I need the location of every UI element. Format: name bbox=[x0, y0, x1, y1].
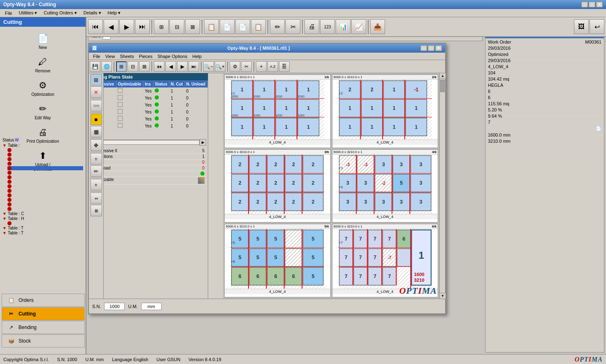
left-btn-x[interactable]: ✕ bbox=[91, 86, 102, 98]
tree-table-h[interactable]: ▼ Table : H bbox=[2, 216, 83, 221]
menu-file[interactable]: File bbox=[2, 10, 16, 16]
toolbar-optima1[interactable]: 🖼 bbox=[574, 19, 589, 34]
inner-menu-view[interactable]: View bbox=[103, 53, 118, 59]
nav-cutting[interactable]: ✂ Cutting bbox=[2, 307, 85, 320]
cp-row-1[interactable]: 6 Yes 1 0 bbox=[89, 88, 208, 95]
tree-row-13[interactable] bbox=[7, 207, 83, 211]
sidebar-remove[interactable]: 🖊 Remove bbox=[24, 53, 61, 75]
toolbar-edit2[interactable]: ✂ bbox=[286, 19, 300, 34]
scroll-thumb[interactable] bbox=[440, 80, 445, 92]
inner-tool1[interactable]: ⚙ bbox=[230, 61, 240, 72]
tree-table-t2[interactable]: ▼ Table : T bbox=[2, 231, 83, 235]
nav-stock[interactable]: 📦 Stock bbox=[2, 334, 85, 348]
left-btn-arrows[interactable]: ⇔ bbox=[91, 192, 102, 204]
toolbar-copy4[interactable]: 📋 bbox=[251, 19, 266, 34]
toolbar-print[interactable]: 🖨 bbox=[304, 19, 319, 34]
toolbar-export[interactable]: 📥 bbox=[370, 19, 385, 34]
inner-play[interactable]: ▶ bbox=[177, 61, 188, 72]
inner-grid-active[interactable]: ⊞ bbox=[116, 61, 127, 72]
toolbar-back[interactable]: ↩ bbox=[590, 19, 604, 34]
toolbar-prev[interactable]: ◀ bbox=[104, 19, 118, 34]
tree-row-5[interactable] bbox=[7, 171, 83, 175]
cp-row-5[interactable]: 3 Yes 1 0 bbox=[89, 116, 208, 123]
inner-tool2[interactable]: ✂ bbox=[241, 61, 252, 72]
tree-table-t1[interactable]: ▼ Table : T bbox=[2, 226, 83, 230]
inner-minimize[interactable]: − bbox=[420, 45, 427, 51]
tree-table-cn[interactable]: ▼ Table : C bbox=[2, 211, 83, 216]
left-btn-glasses[interactable]: 👓 bbox=[91, 100, 102, 111]
menu-help[interactable]: Help ▾ bbox=[104, 9, 124, 16]
inner-menu-help[interactable]: Help bbox=[190, 53, 204, 59]
inner-grid2[interactable]: ⊟ bbox=[128, 61, 138, 72]
left-btn-move[interactable]: ✥ bbox=[91, 139, 102, 151]
toolbar-next[interactable]: ▶ bbox=[119, 19, 134, 34]
tree-row-6[interactable] bbox=[7, 175, 83, 179]
nav-orders[interactable]: 📋 Orders bbox=[2, 294, 85, 307]
inner-zoom-in[interactable]: 🔍+ bbox=[215, 61, 225, 72]
tree-h-row[interactable] bbox=[2, 221, 83, 225]
left-btn-grid2[interactable]: ▦ bbox=[91, 126, 102, 137]
inner-menu-shape[interactable]: Shape Options bbox=[155, 53, 190, 59]
scroll-down-btn[interactable]: ▼ bbox=[440, 293, 446, 299]
sidebar-new[interactable]: 📄 New bbox=[24, 30, 61, 52]
toolbar-copy2[interactable]: 📄 bbox=[220, 19, 235, 34]
tree-row-12[interactable] bbox=[7, 202, 83, 206]
menu-details[interactable]: Details ▾ bbox=[80, 9, 104, 16]
toolbar-copy1[interactable]: 📋 bbox=[204, 19, 219, 34]
toolbar-edit1[interactable]: ✏ bbox=[270, 19, 285, 34]
inner-close[interactable]: ✕ bbox=[435, 45, 442, 51]
minimize-button[interactable]: − bbox=[581, 2, 588, 7]
inner-globe[interactable]: 🌐 bbox=[101, 61, 112, 72]
inner-add[interactable]: + bbox=[256, 61, 267, 72]
inner-prev[interactable]: ◀ bbox=[165, 61, 176, 72]
close-button[interactable]: ✕ bbox=[596, 2, 603, 7]
um-input[interactable]: mm bbox=[141, 303, 162, 310]
tree-table-1[interactable]: ▼ Table : bbox=[2, 143, 83, 148]
tree-row-10[interactable] bbox=[7, 193, 83, 197]
scroll-up-btn[interactable]: ▲ bbox=[440, 73, 446, 79]
inner-menu-sheets[interactable]: Sheets bbox=[117, 53, 136, 59]
toolbar-report1[interactable]: 123 bbox=[320, 19, 335, 34]
toolbar-report3[interactable]: 📈 bbox=[351, 19, 366, 34]
toolbar-grid3[interactable]: ⊠ bbox=[185, 19, 200, 34]
left-btn-hlines[interactable]: ≡ bbox=[91, 179, 102, 190]
toolbar-report2[interactable]: 📊 bbox=[336, 19, 351, 34]
maximize-button[interactable]: □ bbox=[589, 2, 595, 7]
tree-row-8[interactable] bbox=[7, 184, 83, 188]
menu-cutting-orders[interactable]: Cutting Orders ▾ bbox=[40, 9, 80, 16]
toolbar-copy3[interactable]: 📄 bbox=[235, 19, 250, 34]
left-btn-yellow[interactable]: ■ bbox=[91, 114, 102, 125]
nav-bending[interactable]: ↗ Bending bbox=[2, 321, 85, 334]
scroll-right[interactable]: ▶ bbox=[200, 139, 206, 146]
inner-grid3[interactable]: ⊠ bbox=[139, 61, 150, 72]
inner-save[interactable]: 💾 bbox=[90, 61, 100, 72]
inner-maximize[interactable]: □ bbox=[428, 45, 434, 51]
left-btn-grid[interactable]: ⊞ bbox=[91, 74, 102, 86]
cp-row-4[interactable]: 2 Yes 1 0 bbox=[89, 109, 208, 116]
tree-row-11[interactable] bbox=[7, 198, 83, 202]
inner-az[interactable]: A Z bbox=[267, 61, 278, 72]
left-btn-grid3[interactable]: ⊠ bbox=[91, 205, 102, 216]
toolbar-grid2[interactable]: ⊟ bbox=[169, 19, 184, 34]
inner-first[interactable]: ⏮ bbox=[154, 61, 165, 72]
cp-row-3[interactable]: 1 Yes 1 0 bbox=[89, 102, 208, 109]
inner-menu-pieces[interactable]: Pieces bbox=[137, 53, 155, 59]
cp-row-2[interactable]: Yes 1 0 bbox=[89, 95, 208, 102]
inner-last[interactable]: ⏭ bbox=[188, 61, 199, 72]
tree-row-3[interactable] bbox=[7, 157, 83, 161]
toolbar-grid1[interactable]: ⊞ bbox=[154, 19, 169, 34]
cp-row-6[interactable]: 4 Yes 1 0 bbox=[89, 123, 208, 130]
sidebar-optimization[interactable]: ⚙ Optimization bbox=[24, 77, 61, 99]
menu-utilities[interactable]: Utilities ▾ bbox=[16, 9, 41, 16]
toolbar-last[interactable]: ⏭ bbox=[135, 19, 150, 34]
toolbar-first[interactable]: ⏮ bbox=[88, 19, 103, 34]
tree-row-4[interactable] bbox=[7, 162, 83, 166]
sidebar-edit-way[interactable]: ✏ Edit Way bbox=[24, 100, 61, 122]
left-btn-pencil[interactable]: ✏ bbox=[91, 165, 102, 177]
scroll-track[interactable] bbox=[97, 140, 200, 145]
tree-row-9[interactable] bbox=[7, 189, 83, 193]
inner-zoom-out[interactable]: 🔍− bbox=[203, 61, 214, 72]
sn-input[interactable]: 1000 bbox=[104, 303, 125, 310]
tree-row-selected[interactable] bbox=[7, 166, 83, 170]
inner-menu-file[interactable]: File bbox=[91, 53, 103, 59]
